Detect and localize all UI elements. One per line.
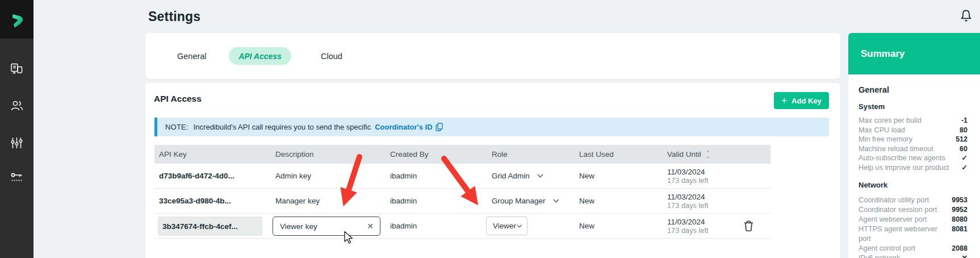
last-used-value: New bbox=[575, 222, 663, 230]
copy-icon[interactable] bbox=[435, 123, 443, 131]
summary-row: Coordinator utility port9953 bbox=[858, 195, 968, 205]
summary-row: Max cores per build-1 bbox=[858, 116, 968, 126]
last-used-value: New bbox=[575, 197, 663, 205]
summary-row: Help us improve our product✓ bbox=[858, 163, 968, 173]
clear-input-icon[interactable]: ✕ bbox=[361, 222, 380, 231]
chevron-down-icon bbox=[537, 174, 543, 178]
settings-page: Settings General API Access Cloud API Ac… bbox=[0, 0, 980, 258]
summary-panel: Summary General System Max cores per bui… bbox=[848, 33, 980, 258]
valid-until-value: 11/03/2024 173 days left bbox=[663, 218, 738, 235]
role-dropdown[interactable]: Group Manager bbox=[487, 197, 575, 205]
header-role: Role bbox=[487, 150, 575, 159]
tab-api-access[interactable]: API Access bbox=[229, 47, 291, 65]
created-by-value: ibadmin bbox=[386, 222, 487, 230]
users-icon bbox=[10, 99, 24, 113]
created-by-value: ibadmin bbox=[386, 172, 487, 180]
api-key-value: d73b9af6-d472-4d0... bbox=[154, 172, 271, 180]
check-icon: ✓ bbox=[962, 163, 968, 173]
note-prefix: NOTE: bbox=[165, 123, 189, 131]
valid-note: 173 days left bbox=[667, 201, 738, 210]
key-icon bbox=[10, 171, 24, 185]
notifications-bell-icon[interactable] bbox=[959, 9, 974, 24]
incredibuild-logo[interactable] bbox=[0, 0, 33, 39]
note-text: Incredibuild's API call requires you to … bbox=[194, 123, 371, 131]
table-row-editing: ibadmin New 11/03/2024 173 days left 3b3… bbox=[154, 214, 770, 239]
tab-cloud[interactable]: Cloud bbox=[321, 33, 342, 79]
sidebar-item-users[interactable] bbox=[0, 94, 33, 117]
role-value: Grid Admin bbox=[492, 172, 530, 180]
chevron-down-icon bbox=[517, 224, 522, 228]
valid-until-label: Valid Until bbox=[667, 150, 701, 159]
coordinators-id-link[interactable]: Coordinator's ID bbox=[375, 123, 442, 131]
api-access-panel: API Access + Add Key NOTE: Incredibuild'… bbox=[145, 83, 840, 258]
summary-row: Coordinator session port9952 bbox=[858, 205, 968, 215]
note-banner: NOTE: Incredibuild's API call requires y… bbox=[154, 118, 829, 136]
sidebar-item-api-keys[interactable] bbox=[0, 167, 33, 189]
summary-row: IPv6 network✕ bbox=[858, 253, 968, 258]
header-created-by: Created By bbox=[386, 150, 487, 159]
section-title: API Access bbox=[154, 94, 202, 104]
sort-icon[interactable]: ⌃⌄ bbox=[706, 151, 710, 158]
valid-until-value: 11/03/2024 173 days left bbox=[663, 193, 738, 210]
summary-row: Min free memory512 bbox=[858, 135, 968, 144]
header-api-key: API Key bbox=[154, 150, 271, 159]
summary-row: Max CPU load80 bbox=[858, 126, 968, 135]
role-dropdown[interactable]: Grid Admin bbox=[487, 172, 575, 180]
add-key-button[interactable]: + Add Key bbox=[774, 92, 829, 109]
header-valid-until: Valid Until⌃⌄ bbox=[663, 150, 738, 159]
api-key-readonly-field[interactable]: 3b347674-ffcb-4cef... bbox=[158, 217, 262, 236]
check-icon: ✓ bbox=[962, 153, 968, 163]
plus-icon: + bbox=[781, 95, 787, 105]
header-last-used: Last Used bbox=[575, 150, 663, 159]
agents-icon bbox=[10, 62, 23, 75]
summary-header: Summary bbox=[848, 33, 980, 74]
valid-date: 11/03/2024 bbox=[667, 168, 738, 176]
api-keys-table: API Key Description Created By Role Last… bbox=[154, 145, 770, 239]
settings-tabs-bar: General API Access Cloud bbox=[145, 33, 840, 79]
description-edit-box: ✕ bbox=[273, 217, 380, 236]
api-key-value: 33ce95a3-d980-4b... bbox=[154, 197, 271, 205]
add-key-label: Add Key bbox=[791, 97, 822, 105]
role-select[interactable]: Viewer bbox=[486, 217, 527, 235]
summary-row: HTTPS agent webserver port8081 bbox=[858, 224, 968, 244]
summary-row: Machine reload timeout60 bbox=[858, 144, 968, 154]
table-row: d73b9af6-d472-4d0... Admin key ibadmin G… bbox=[154, 164, 770, 189]
created-by-value: ibadmin bbox=[386, 197, 487, 205]
valid-date: 11/03/2024 bbox=[667, 218, 738, 226]
table-row: 33ce95a3-d980-4b... Manager key ibadmin … bbox=[154, 189, 770, 214]
coordinators-id-label: Coordinator's ID bbox=[375, 123, 432, 131]
valid-note: 173 days left bbox=[667, 226, 738, 235]
role-value: Viewer bbox=[493, 222, 516, 230]
description-value: Admin key bbox=[271, 172, 386, 180]
last-used-value: New bbox=[575, 172, 663, 180]
summary-row: Agent webserver port8080 bbox=[858, 215, 968, 224]
trash-icon bbox=[743, 220, 754, 232]
description-value: Manager key bbox=[271, 197, 386, 205]
valid-note: 173 days left bbox=[667, 176, 738, 185]
summary-group-system: System bbox=[858, 102, 968, 111]
left-nav-rail bbox=[0, 0, 33, 258]
table-header-row: API Key Description Created By Role Last… bbox=[154, 145, 770, 164]
role-value: Group Manager bbox=[492, 197, 546, 205]
delete-key-button[interactable] bbox=[743, 220, 755, 232]
sidebar-item-agents[interactable] bbox=[0, 57, 33, 80]
header-description: Description bbox=[271, 150, 386, 159]
tab-general[interactable]: General bbox=[177, 33, 207, 79]
sliders-icon bbox=[10, 136, 23, 149]
valid-until-value: 11/03/2024 173 days left bbox=[663, 168, 738, 185]
description-input[interactable] bbox=[273, 222, 361, 231]
sidebar-item-settings[interactable] bbox=[0, 131, 33, 154]
chevron-down-icon bbox=[553, 199, 559, 203]
network-rows: Coordinator utility port9953 Coordinator… bbox=[858, 195, 968, 258]
summary-row: Agent control port2088 bbox=[858, 244, 968, 253]
summary-section-general: General bbox=[858, 85, 968, 94]
summary-group-network: Network bbox=[858, 181, 968, 189]
system-rows: Max cores per build-1 Max CPU load80 Min… bbox=[858, 116, 968, 173]
logo-arrow-icon bbox=[6, 9, 28, 30]
page-title: Settings bbox=[148, 9, 200, 24]
cross-icon: ✕ bbox=[962, 253, 968, 258]
valid-date: 11/03/2024 bbox=[667, 193, 738, 201]
summary-row: Auto-subscribe new agents✓ bbox=[858, 153, 968, 163]
